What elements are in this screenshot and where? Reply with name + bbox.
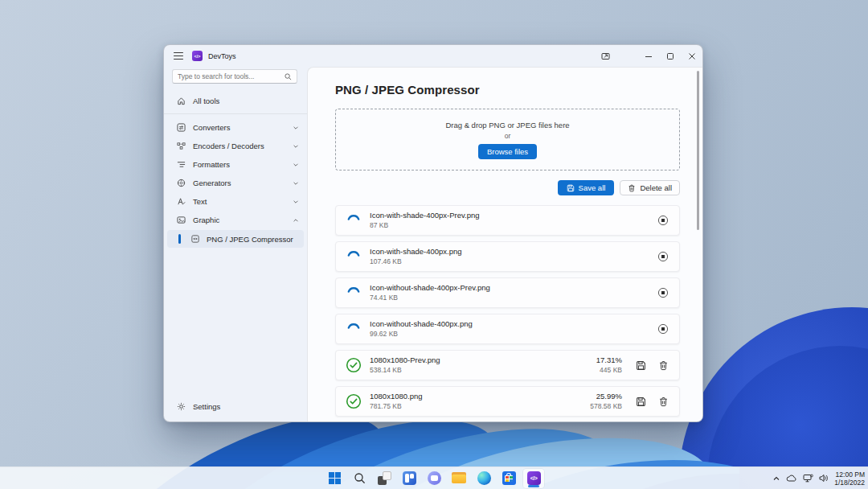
text-tools-icon [176, 197, 186, 207]
sidebar-item-generators[interactable]: Generators [164, 174, 307, 192]
sidebar-item-encoders-decoders[interactable]: Encoders / Decoders [164, 137, 307, 155]
bulk-actions: Save all Delete all [335, 180, 680, 195]
trash-icon [628, 184, 636, 192]
file-name: Icon-with-shade-400px.png [370, 247, 648, 257]
chevron-down-icon [293, 162, 299, 168]
file-name: 1080x1080-Prev.png [370, 355, 588, 365]
progress-spinner-icon [346, 285, 362, 301]
cancel-compression-button[interactable] [656, 286, 670, 300]
file-list: Icon-with-shade-400px-Prev.png 87 KB Ico… [335, 205, 680, 417]
windows-logo-icon [329, 472, 341, 484]
save-all-button[interactable]: Save all [558, 180, 615, 195]
sidebar-item-converters[interactable]: Converters [164, 118, 307, 137]
file-row: 1080x1080-Prev.png 538.14 KB 17.31% 445 … [335, 350, 680, 380]
delete-file-button[interactable] [656, 358, 670, 372]
chevron-up-icon [293, 217, 299, 224]
compression-percent: 25.99% [590, 392, 622, 401]
search-icon [354, 472, 366, 484]
search-icon [285, 73, 292, 80]
encoders-decoders-icon [176, 142, 186, 151]
save-file-button[interactable] [633, 358, 648, 372]
start-button[interactable] [324, 469, 345, 488]
chevron-down-icon [293, 143, 299, 150]
file-row: Icon-without-shade-400px.png 99.62 KB [335, 314, 680, 344]
chevron-up-icon [772, 475, 780, 483]
cancel-compression-button[interactable] [656, 213, 670, 228]
microsoft-store-button[interactable] [498, 469, 519, 488]
edge-browser-button[interactable] [473, 469, 494, 488]
taskbar-search-button[interactable] [349, 469, 370, 488]
gear-icon [176, 402, 186, 412]
progress-spinner-icon [346, 321, 362, 337]
file-row: 1080x1080.png 781.75 KB 25.99% 578.58 KB [335, 386, 680, 417]
widgets-button[interactable] [399, 469, 420, 488]
sidebar-item-formatters[interactable]: Formatters [164, 155, 307, 174]
formatters-icon [176, 160, 186, 170]
edge-icon [477, 471, 491, 485]
taskbar-clock[interactable]: 12:00 PM 1/18/2022 [834, 471, 865, 487]
window-title: DevToys [208, 52, 236, 60]
task-view-button[interactable] [374, 469, 395, 488]
file-explorer-button[interactable] [448, 469, 469, 488]
home-icon [176, 97, 186, 106]
maximize-icon[interactable] [659, 45, 681, 67]
tool-search-box[interactable] [172, 69, 297, 84]
cancel-compression-button[interactable] [656, 249, 670, 264]
trash-icon [658, 360, 669, 371]
sidebar: All tools Converters Encoders / Decoders [164, 67, 307, 421]
network-icon [803, 474, 813, 483]
compressed-size: 578.58 KB [590, 401, 622, 411]
save-file-button[interactable] [633, 394, 648, 409]
tray-time: 12:00 PM [834, 471, 865, 479]
tray-onedrive-button[interactable] [786, 474, 797, 483]
tray-network-button[interactable] [803, 474, 813, 483]
sidebar-item-text[interactable]: Text [164, 192, 307, 211]
file-dropzone[interactable]: Drag & drop PNG or JPEG files here or Br… [335, 109, 680, 171]
dropzone-or-text: or [505, 132, 511, 140]
compression-percent: 17.31% [596, 355, 622, 365]
cancel-compression-button[interactable] [656, 322, 670, 336]
delete-file-button[interactable] [656, 394, 670, 409]
chat-button[interactable] [424, 469, 444, 488]
task-view-icon [378, 471, 391, 485]
store-icon [502, 471, 516, 485]
devtoys-icon: </> [527, 471, 541, 485]
success-check-icon [346, 357, 362, 373]
sidebar-item-all-tools[interactable]: All tools [164, 92, 307, 110]
stop-icon [657, 287, 669, 298]
graphic-tools-icon [176, 216, 186, 225]
page-title: PNG / JPEG Compressor [335, 83, 680, 97]
file-row: Icon-with-shade-400px.png 107.46 KB [335, 241, 680, 272]
file-name: 1080x1080.png [370, 392, 582, 401]
stop-icon [657, 215, 669, 226]
tray-show-hidden-icons-button[interactable] [772, 475, 780, 483]
devtoys-app-icon: </> [192, 51, 203, 61]
save-icon [567, 184, 575, 192]
sidebar-item-png-jpeg-compressor[interactable]: PNG / JPEG Compressor [167, 230, 304, 248]
widgets-icon [403, 471, 416, 485]
delete-all-button[interactable]: Delete all [620, 180, 680, 195]
file-original-size: 99.62 KB [370, 329, 648, 339]
file-row: Icon-with-shade-400px-Prev.png 87 KB [335, 205, 680, 236]
browse-files-button[interactable]: Browse files [478, 144, 537, 159]
sidebar-item-settings[interactable]: Settings [164, 397, 307, 416]
stop-icon [657, 323, 669, 335]
compact-overlay-icon[interactable] [595, 45, 616, 67]
window-titlebar[interactable]: </> DevToys [164, 45, 702, 67]
sidebar-item-graphic[interactable]: Graphic [164, 211, 307, 229]
search-input[interactable] [178, 72, 285, 80]
file-name: Icon-without-shade-400px-Prev.png [370, 283, 648, 293]
progress-spinner-icon [346, 212, 362, 228]
file-original-size: 107.46 KB [370, 257, 648, 266]
file-original-size: 74.41 KB [370, 293, 648, 302]
content-scrollbar[interactable] [697, 71, 699, 230]
tray-volume-button[interactable] [819, 474, 829, 483]
chat-icon [428, 471, 441, 485]
close-icon[interactable] [681, 45, 702, 67]
chevron-down-icon [293, 125, 299, 131]
desktop-wallpaper: </> DevToys [0, 0, 868, 489]
devtoys-taskbar-button[interactable]: </> [523, 469, 544, 488]
hamburger-menu-icon[interactable] [174, 52, 183, 60]
chevron-down-icon [293, 199, 299, 205]
minimize-icon[interactable] [637, 45, 659, 67]
